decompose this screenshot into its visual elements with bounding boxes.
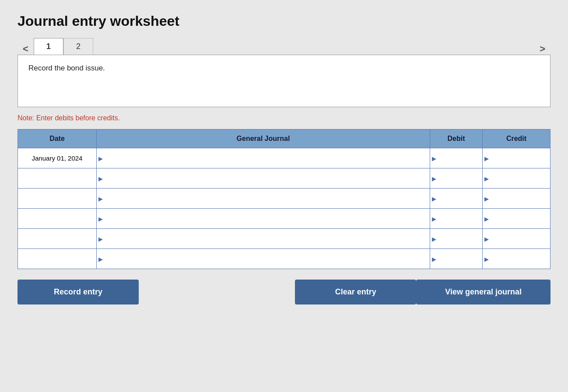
table-row: ▶▶▶ — [18, 168, 550, 189]
journal-cell-1[interactable]: ▶ — [97, 168, 430, 189]
date-value: January 01, 2024 — [18, 148, 96, 168]
debit-input-5[interactable] — [430, 249, 482, 269]
date-input-4[interactable] — [18, 229, 96, 248]
debit-input-3[interactable] — [430, 209, 482, 228]
journal-input-2[interactable] — [97, 189, 430, 208]
table-row: January 01, 2024▶▶▶ — [18, 148, 550, 168]
col-header-date: Date — [18, 130, 97, 148]
credit-input-4[interactable] — [483, 229, 550, 248]
debit-cell-4[interactable]: ▶ — [430, 229, 483, 249]
journal-input-4[interactable] — [97, 229, 430, 248]
page-title: Journal entry worksheet — [18, 13, 550, 29]
debit-cell-2[interactable]: ▶ — [430, 189, 483, 209]
debit-input-1[interactable] — [430, 168, 482, 188]
date-input-1[interactable] — [18, 168, 96, 188]
prev-arrow[interactable]: < — [18, 43, 34, 55]
journal-cell-5[interactable]: ▶ — [97, 249, 430, 269]
col-header-debit: Debit — [430, 130, 483, 148]
instruction-text: Record the bond issue. — [28, 64, 105, 72]
date-input-5[interactable] — [18, 249, 96, 269]
date-input-2[interactable] — [18, 189, 96, 208]
col-header-credit: Credit — [483, 130, 550, 148]
journal-input-5[interactable] — [97, 249, 430, 269]
col-header-journal: General Journal — [97, 130, 430, 148]
journal-cell-4[interactable]: ▶ — [97, 229, 430, 249]
credit-input-1[interactable] — [483, 168, 550, 188]
date-cell-5[interactable] — [18, 249, 97, 269]
table-row: ▶▶▶ — [18, 249, 550, 269]
credit-cell-5[interactable]: ▶ — [483, 249, 550, 269]
tab-navigation: < 1 2 > — [18, 38, 550, 55]
next-arrow[interactable]: > — [534, 43, 550, 55]
journal-cell-0[interactable]: ▶ — [97, 148, 430, 168]
date-input-3[interactable] — [18, 209, 96, 228]
credit-cell-0[interactable]: ▶ — [483, 148, 550, 168]
date-cell-2[interactable] — [18, 189, 97, 209]
record-entry-button[interactable]: Record entry — [18, 280, 139, 304]
credit-cell-2[interactable]: ▶ — [483, 189, 550, 209]
table-row: ▶▶▶ — [18, 229, 550, 249]
debit-cell-1[interactable]: ▶ — [430, 168, 483, 189]
debit-input-2[interactable] — [430, 189, 482, 208]
table-row: ▶▶▶ — [18, 189, 550, 209]
journal-table: Date General Journal Debit Credit Januar… — [18, 129, 550, 269]
date-cell-3[interactable] — [18, 209, 97, 229]
journal-input-1[interactable] — [97, 168, 430, 188]
credit-cell-3[interactable]: ▶ — [483, 209, 550, 229]
tab-2[interactable]: 2 — [63, 38, 93, 55]
date-cell-4[interactable] — [18, 229, 97, 249]
debit-cell-5[interactable]: ▶ — [430, 249, 483, 269]
view-general-journal-button[interactable]: View general journal — [416, 280, 550, 304]
clear-entry-button[interactable]: Clear entry — [295, 280, 416, 304]
debit-input-0[interactable] — [430, 148, 482, 168]
journal-cell-2[interactable]: ▶ — [97, 189, 430, 209]
table-row: ▶▶▶ — [18, 209, 550, 229]
credit-input-2[interactable] — [483, 189, 550, 208]
journal-input-3[interactable] — [97, 209, 430, 228]
debit-cell-0[interactable]: ▶ — [430, 148, 483, 168]
journal-input-0[interactable] — [97, 148, 430, 168]
buttons-row: Record entry Clear entry View general jo… — [18, 280, 550, 304]
credit-input-3[interactable] — [483, 209, 550, 228]
debit-cell-3[interactable]: ▶ — [430, 209, 483, 229]
debit-input-4[interactable] — [430, 229, 482, 248]
note-text: Note: Enter debits before credits. — [18, 114, 550, 122]
date-cell-0[interactable]: January 01, 2024 — [18, 148, 97, 168]
date-cell-1[interactable] — [18, 168, 97, 189]
credit-input-0[interactable] — [483, 148, 550, 168]
instruction-box: Record the bond issue. — [18, 55, 550, 107]
credit-cell-4[interactable]: ▶ — [483, 229, 550, 249]
credit-input-5[interactable] — [483, 249, 550, 269]
journal-cell-3[interactable]: ▶ — [97, 209, 430, 229]
credit-cell-1[interactable]: ▶ — [483, 168, 550, 189]
tab-1[interactable]: 1 — [34, 38, 63, 55]
